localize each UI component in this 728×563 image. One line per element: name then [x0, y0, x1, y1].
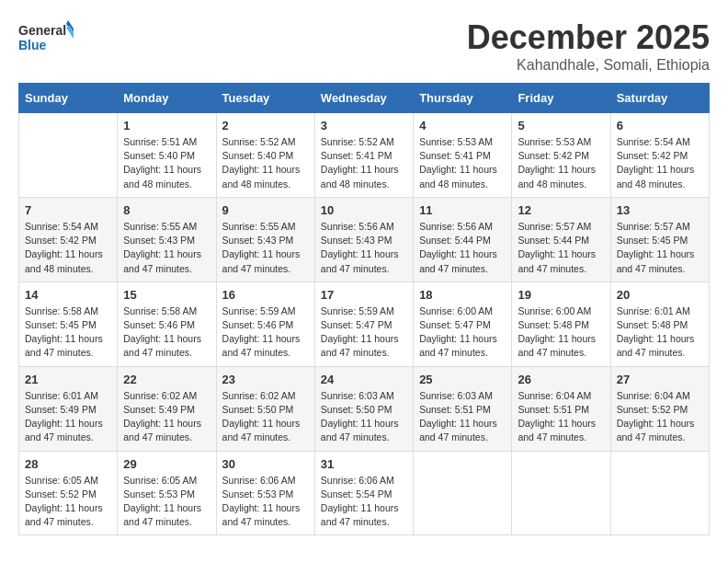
- calendar-cell: 14Sunrise: 5:58 AMSunset: 5:45 PMDayligh…: [19, 282, 118, 366]
- day-number: 10: [321, 203, 407, 217]
- calendar-cell: 11Sunrise: 5:56 AMSunset: 5:44 PMDayligh…: [414, 197, 512, 282]
- day-number: 17: [321, 288, 407, 302]
- day-number: 25: [419, 373, 506, 386]
- day-number: 29: [123, 457, 210, 471]
- day-info: Sunrise: 6:01 AMSunset: 5:49 PMDaylight:…: [25, 389, 111, 445]
- day-number: 1: [123, 119, 210, 132]
- day-number: 16: [222, 288, 309, 302]
- day-info: Sunrise: 5:54 AMSunset: 5:42 PMDaylight:…: [617, 135, 703, 191]
- calendar-week-5: 28Sunrise: 6:05 AMSunset: 5:52 PMDayligh…: [19, 451, 710, 535]
- day-info: Sunrise: 5:54 AMSunset: 5:42 PMDaylight:…: [25, 220, 111, 276]
- calendar-cell: 25Sunrise: 6:03 AMSunset: 5:51 PMDayligh…: [414, 366, 512, 451]
- calendar-cell: 7Sunrise: 5:54 AMSunset: 5:42 PMDaylight…: [19, 197, 118, 282]
- day-info: Sunrise: 6:06 AMSunset: 5:53 PMDaylight:…: [222, 474, 309, 530]
- calendar-cell: 27Sunrise: 6:04 AMSunset: 5:52 PMDayligh…: [610, 366, 709, 451]
- day-info: Sunrise: 5:55 AMSunset: 5:43 PMDaylight:…: [222, 220, 309, 276]
- day-number: 14: [25, 288, 111, 302]
- calendar-cell: 6Sunrise: 5:54 AMSunset: 5:42 PMDaylight…: [610, 113, 709, 198]
- calendar-cell: [610, 451, 709, 535]
- day-info: Sunrise: 6:05 AMSunset: 5:52 PMDaylight:…: [25, 474, 111, 530]
- day-number: 31: [321, 457, 407, 471]
- day-number: 15: [123, 288, 210, 302]
- calendar-cell: [19, 113, 118, 198]
- location-subtitle: Kahandhale, Somali, Ethiopia: [467, 57, 710, 74]
- day-number: 21: [25, 373, 111, 386]
- calendar-week-4: 21Sunrise: 6:01 AMSunset: 5:49 PMDayligh…: [19, 366, 710, 451]
- day-info: Sunrise: 5:56 AMSunset: 5:43 PMDaylight:…: [321, 220, 407, 276]
- calendar-cell: 5Sunrise: 5:53 AMSunset: 5:42 PMDaylight…: [512, 113, 610, 198]
- day-number: 30: [222, 457, 309, 471]
- day-info: Sunrise: 5:58 AMSunset: 5:46 PMDaylight:…: [123, 304, 210, 361]
- day-number: 8: [123, 203, 210, 217]
- day-number: 4: [419, 119, 506, 132]
- day-info: Sunrise: 6:00 AMSunset: 5:47 PMDaylight:…: [419, 304, 506, 361]
- day-info: Sunrise: 5:56 AMSunset: 5:44 PMDaylight:…: [419, 220, 506, 276]
- calendar-cell: 26Sunrise: 6:04 AMSunset: 5:51 PMDayligh…: [512, 366, 610, 451]
- day-info: Sunrise: 6:03 AMSunset: 5:50 PMDaylight:…: [321, 389, 407, 445]
- calendar-cell: [414, 451, 512, 535]
- day-number: 27: [617, 373, 703, 386]
- day-number: 24: [321, 373, 407, 386]
- day-info: Sunrise: 5:52 AMSunset: 5:40 PMDaylight:…: [222, 135, 309, 191]
- calendar-header-row: SundayMondayTuesdayWednesdayThursdayFrid…: [19, 84, 710, 113]
- calendar-week-2: 7Sunrise: 5:54 AMSunset: 5:42 PMDaylight…: [19, 197, 710, 282]
- day-number: 28: [25, 457, 111, 471]
- calendar-cell: 31Sunrise: 6:06 AMSunset: 5:54 PMDayligh…: [314, 451, 413, 535]
- calendar-cell: 13Sunrise: 5:57 AMSunset: 5:45 PMDayligh…: [610, 197, 709, 282]
- calendar-cell: 30Sunrise: 6:06 AMSunset: 5:53 PMDayligh…: [216, 451, 314, 535]
- day-number: 11: [419, 203, 506, 217]
- day-info: Sunrise: 5:53 AMSunset: 5:41 PMDaylight:…: [419, 135, 506, 191]
- day-number: 18: [419, 288, 506, 302]
- day-info: Sunrise: 6:02 AMSunset: 5:50 PMDaylight:…: [222, 389, 309, 445]
- calendar-cell: 1Sunrise: 5:51 AMSunset: 5:40 PMDaylight…: [118, 113, 216, 198]
- calendar-cell: 19Sunrise: 6:00 AMSunset: 5:48 PMDayligh…: [512, 282, 610, 366]
- day-number: 26: [518, 373, 604, 386]
- day-info: Sunrise: 6:04 AMSunset: 5:52 PMDaylight:…: [617, 389, 703, 445]
- calendar-cell: 4Sunrise: 5:53 AMSunset: 5:41 PMDaylight…: [414, 113, 512, 198]
- day-info: Sunrise: 5:57 AMSunset: 5:45 PMDaylight:…: [617, 220, 703, 276]
- calendar-cell: 10Sunrise: 5:56 AMSunset: 5:43 PMDayligh…: [314, 197, 413, 282]
- header-tuesday: Tuesday: [216, 84, 314, 113]
- day-info: Sunrise: 6:05 AMSunset: 5:53 PMDaylight:…: [123, 474, 210, 530]
- calendar-cell: 12Sunrise: 5:57 AMSunset: 5:44 PMDayligh…: [512, 197, 610, 282]
- day-number: 12: [518, 203, 604, 217]
- calendar-cell: 28Sunrise: 6:05 AMSunset: 5:52 PMDayligh…: [19, 451, 118, 535]
- day-info: Sunrise: 5:55 AMSunset: 5:43 PMDaylight:…: [123, 220, 210, 276]
- calendar-cell: 29Sunrise: 6:05 AMSunset: 5:53 PMDayligh…: [118, 451, 216, 535]
- calendar-cell: [512, 451, 610, 535]
- day-number: 23: [222, 373, 309, 386]
- header-sunday: Sunday: [19, 84, 118, 113]
- svg-text:Blue: Blue: [18, 38, 47, 52]
- day-number: 13: [617, 203, 703, 217]
- day-info: Sunrise: 6:01 AMSunset: 5:48 PMDaylight:…: [617, 304, 703, 361]
- day-number: 22: [123, 373, 210, 386]
- title-section: December 2025 Kahandhale, Somali, Ethiop…: [467, 18, 710, 74]
- day-number: 5: [518, 119, 604, 132]
- header-thursday: Thursday: [414, 84, 512, 113]
- calendar-cell: 9Sunrise: 5:55 AMSunset: 5:43 PMDaylight…: [216, 197, 314, 282]
- day-number: 7: [25, 203, 111, 217]
- day-info: Sunrise: 5:58 AMSunset: 5:45 PMDaylight:…: [25, 304, 111, 361]
- day-info: Sunrise: 6:02 AMSunset: 5:49 PMDaylight:…: [123, 389, 210, 445]
- calendar-cell: 15Sunrise: 5:58 AMSunset: 5:46 PMDayligh…: [118, 282, 216, 366]
- calendar-cell: 8Sunrise: 5:55 AMSunset: 5:43 PMDaylight…: [118, 197, 216, 282]
- calendar-cell: 21Sunrise: 6:01 AMSunset: 5:49 PMDayligh…: [19, 366, 118, 451]
- calendar-cell: 22Sunrise: 6:02 AMSunset: 5:49 PMDayligh…: [118, 366, 216, 451]
- calendar-cell: 20Sunrise: 6:01 AMSunset: 5:48 PMDayligh…: [610, 282, 709, 366]
- calendar-cell: 3Sunrise: 5:52 AMSunset: 5:41 PMDaylight…: [314, 113, 413, 198]
- month-title: December 2025: [467, 18, 710, 57]
- header-wednesday: Wednesday: [314, 84, 413, 113]
- svg-text:General: General: [18, 23, 66, 38]
- calendar-cell: 18Sunrise: 6:00 AMSunset: 5:47 PMDayligh…: [414, 282, 512, 366]
- day-number: 6: [617, 119, 703, 132]
- logo: General Blue: [18, 18, 74, 64]
- day-info: Sunrise: 5:51 AMSunset: 5:40 PMDaylight:…: [123, 135, 210, 191]
- day-info: Sunrise: 6:00 AMSunset: 5:48 PMDaylight:…: [518, 304, 604, 361]
- day-info: Sunrise: 6:03 AMSunset: 5:51 PMDaylight:…: [419, 389, 506, 445]
- calendar-cell: 23Sunrise: 6:02 AMSunset: 5:50 PMDayligh…: [216, 366, 314, 451]
- calendar-cell: 24Sunrise: 6:03 AMSunset: 5:50 PMDayligh…: [314, 366, 413, 451]
- day-info: Sunrise: 5:59 AMSunset: 5:47 PMDaylight:…: [321, 304, 407, 361]
- calendar-week-3: 14Sunrise: 5:58 AMSunset: 5:45 PMDayligh…: [19, 282, 710, 366]
- day-number: 3: [321, 119, 407, 132]
- calendar-cell: 16Sunrise: 5:59 AMSunset: 5:46 PMDayligh…: [216, 282, 314, 366]
